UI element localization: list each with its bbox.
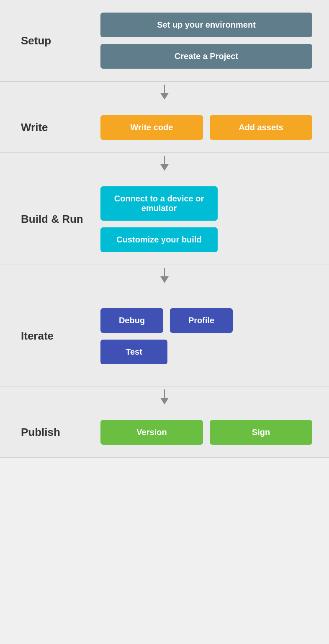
buildrun-label: Build & Run [0, 213, 100, 226]
arrow-2 [0, 153, 329, 174]
arrow-line-1 [160, 85, 169, 100]
iterate-label: Iterate [0, 330, 100, 343]
arrow-line-segment-3 [164, 268, 165, 276]
setup-buttons: Set up your environment Create a Project [100, 13, 329, 69]
arrow-head-3 [160, 276, 169, 283]
arrow-line-segment-4 [164, 389, 165, 398]
test-button[interactable]: Test [100, 340, 167, 364]
arrow-line-2 [160, 156, 169, 171]
iterate-buttons: Debug Profile Test [100, 308, 233, 364]
arrow-head-4 [160, 398, 169, 404]
arrow-4 [0, 386, 329, 407]
setup-section: Setup Set up your environment Create a P… [0, 0, 329, 82]
arrow-3 [0, 265, 329, 286]
create-project-button[interactable]: Create a Project [100, 44, 312, 69]
write-code-button[interactable]: Write code [100, 115, 203, 140]
arrow-line-segment-2 [164, 156, 165, 164]
buildrun-section: Build & Run Connect to a device or emula… [0, 174, 329, 265]
debug-button[interactable]: Debug [100, 308, 163, 333]
customize-build-button[interactable]: Customize your build [100, 227, 218, 252]
arrow-1 [0, 82, 329, 103]
sign-button[interactable]: Sign [210, 420, 312, 445]
version-button[interactable]: Version [100, 420, 203, 445]
connect-device-button[interactable]: Connect to a device or emulator [100, 186, 218, 221]
iterate-row-1: Debug Profile [100, 308, 233, 333]
write-buttons: Write code Add assets [100, 115, 329, 140]
publish-buttons: Version Sign [100, 420, 329, 445]
iterate-section: Iterate Debug Profile Test [0, 286, 329, 386]
arrow-head-1 [160, 93, 169, 100]
buildrun-buttons: Connect to a device or emulator Customiz… [100, 186, 329, 252]
profile-button[interactable]: Profile [170, 308, 233, 333]
arrow-head-2 [160, 164, 169, 171]
write-label: Write [0, 121, 100, 134]
iterate-row-2: Test [100, 340, 233, 364]
arrow-line-3 [160, 268, 169, 283]
setup-label: Setup [0, 34, 100, 47]
publish-section: Publish Version Sign [0, 407, 329, 458]
write-section: Write Write code Add assets [0, 103, 329, 153]
arrow-line-4 [160, 389, 169, 404]
publish-label: Publish [0, 426, 100, 439]
arrow-line-segment-1 [164, 85, 165, 93]
add-assets-button[interactable]: Add assets [210, 115, 312, 140]
setup-env-button[interactable]: Set up your environment [100, 13, 312, 37]
